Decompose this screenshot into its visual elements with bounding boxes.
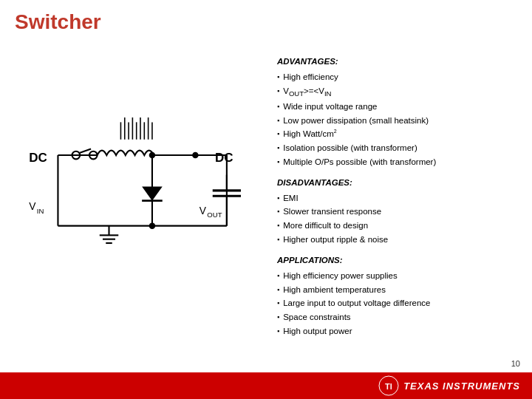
- svg-marker-16: [142, 187, 163, 201]
- disadvantages-section: DISADVANTAGES: EMI Slower transient resp…: [277, 177, 521, 247]
- footer: TI Texas Instruments: [0, 372, 532, 399]
- disadvantages-title: DISADVANTAGES:: [277, 177, 521, 190]
- list-item: Slower transient response: [277, 205, 521, 219]
- svg-text:TI: TI: [385, 382, 392, 391]
- list-item: More difficult to design: [277, 219, 521, 233]
- list-item: Low power dissipation (small heatsink): [277, 115, 521, 128]
- list-item: Space constraints: [277, 311, 521, 324]
- list-item: High ambient temperatures: [277, 284, 521, 297]
- ti-emblem-icon: TI: [378, 375, 399, 396]
- svg-text:V: V: [29, 200, 36, 212]
- svg-point-37: [149, 222, 156, 229]
- ti-logo: TI Texas Instruments: [378, 375, 520, 396]
- list-item: Wide input voltage range: [277, 100, 521, 114]
- applications-section: APPLICATIONS: High efficiency power supp…: [277, 254, 521, 338]
- advantages-title: ADVANTAGES:: [277, 55, 521, 69]
- list-item: High Watt/cm2: [277, 128, 521, 141]
- content-area: ADVANTAGES: High efficiency VOUT>=<VIN W…: [277, 55, 521, 346]
- svg-line-14: [80, 149, 91, 153]
- svg-point-35: [149, 152, 156, 159]
- list-item: Higher output ripple & noise: [277, 233, 521, 247]
- disadvantages-list: EMI Slower transient response More diffi…: [277, 192, 521, 247]
- svg-text:V: V: [200, 205, 207, 216]
- list-item: High output power: [277, 325, 521, 338]
- svg-point-36: [192, 152, 199, 159]
- list-item: High efficiency power supplies: [277, 270, 521, 283]
- ti-logo-text: Texas Instruments: [403, 381, 520, 392]
- list-item: High efficiency: [277, 71, 521, 84]
- svg-text:OUT: OUT: [207, 211, 222, 219]
- applications-title: APPLICATIONS:: [277, 254, 521, 267]
- list-item: EMI: [277, 192, 521, 205]
- page-number: 10: [511, 359, 520, 368]
- applications-list: High efficiency power supplies High ambi…: [277, 270, 521, 338]
- svg-text:DC: DC: [215, 151, 233, 165]
- advantages-list: High efficiency VOUT>=<VIN Wide input vo…: [277, 71, 521, 169]
- list-item: Isolation possible (with transformer): [277, 142, 521, 155]
- svg-text:DC: DC: [29, 151, 47, 165]
- list-item: Multiple O/Ps possible (with transformer…: [277, 156, 521, 169]
- list-item: Large input to output voltage difference: [277, 297, 521, 310]
- svg-text:IN: IN: [37, 207, 44, 215]
- advantages-section: ADVANTAGES: High efficiency VOUT>=<VIN W…: [277, 55, 521, 169]
- circuit-diagram: DC DC V IN V OUT: [15, 59, 266, 251]
- list-item: VOUT>=<VIN: [277, 85, 521, 100]
- page-title: Switcher: [15, 10, 101, 34]
